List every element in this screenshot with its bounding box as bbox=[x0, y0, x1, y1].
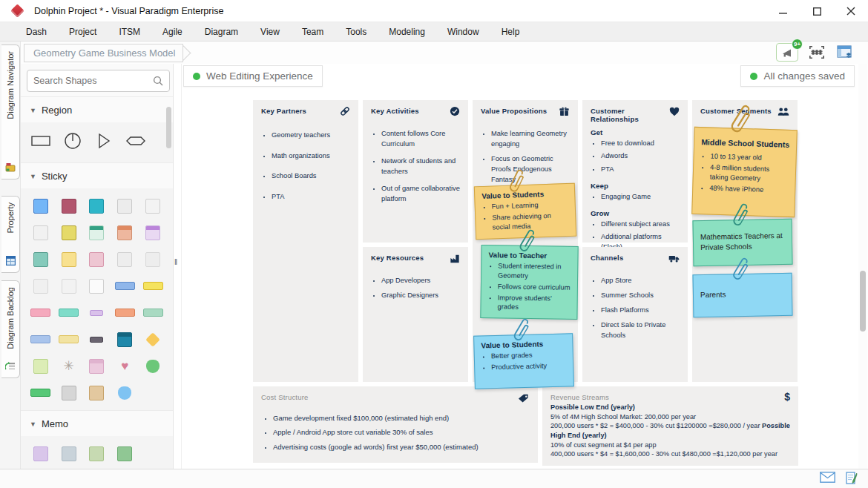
mail-icon[interactable] bbox=[820, 472, 835, 487]
menu-item-diagram[interactable]: Diagram bbox=[194, 22, 249, 41]
palette-shape-gift-pink[interactable] bbox=[83, 358, 111, 374]
canvas-scrollbar-track[interactable] bbox=[858, 64, 867, 469]
palette-shape-sticky-teal-folded[interactable] bbox=[83, 198, 111, 214]
palette-shape-memo-grey[interactable] bbox=[55, 446, 83, 461]
palette-shape-diamond-yellow[interactable] bbox=[139, 332, 167, 347]
fence-region-button[interactable] bbox=[807, 43, 826, 62]
palette-scrollbar-thumb[interactable] bbox=[166, 107, 171, 148]
palette-shape-label-blue-capsule[interactable] bbox=[111, 278, 139, 294]
palette-shape-sticky-skewed[interactable] bbox=[55, 278, 83, 294]
search-shapes-box[interactable] bbox=[27, 70, 170, 92]
menu-item-project[interactable]: Project bbox=[58, 22, 108, 41]
palette-shape-label-blue-lined[interactable] bbox=[27, 332, 55, 347]
palette-shape-heart-pink[interactable]: ♥ bbox=[111, 358, 139, 374]
section-customer-relationships[interactable]: Customer Relationships GetFree to downlo… bbox=[582, 100, 688, 243]
panel-splitter[interactable]: ‖ bbox=[174, 64, 181, 469]
palette-shape-sticky-notched[interactable] bbox=[111, 251, 139, 267]
sticky-parents[interactable]: Parents bbox=[693, 273, 793, 317]
palette-shape-label-green-capsule[interactable] bbox=[139, 305, 167, 320]
section-key-activities[interactable]: Key Activities Content follows Core Curr… bbox=[363, 100, 468, 243]
section-cost-structure[interactable]: Cost Structure Game development fixed $1… bbox=[253, 386, 538, 463]
palette-shape-sticky-teal-lined[interactable] bbox=[27, 251, 55, 267]
palette-shape-pie[interactable] bbox=[63, 131, 82, 154]
palette-shape-sticky-purple-header[interactable] bbox=[139, 225, 167, 240]
palette-shape-lock-grey[interactable] bbox=[55, 385, 83, 400]
people-icon bbox=[777, 106, 789, 119]
palette-shape-label-dark-small[interactable] bbox=[83, 332, 111, 347]
sticky-pinned-shape bbox=[33, 225, 48, 240]
palette-shape-triangle[interactable] bbox=[93, 131, 113, 154]
palette-shape-sticky-pink-pinned[interactable] bbox=[83, 251, 111, 267]
palette-shape-sticky-orange-header[interactable] bbox=[111, 225, 139, 240]
palette-shape-label-yellow-capsule[interactable] bbox=[139, 278, 167, 294]
palette-shape-memo-green-folded[interactable] bbox=[83, 446, 111, 461]
calendar-blue-shape bbox=[117, 332, 132, 347]
section-sticky-title: Sticky bbox=[42, 171, 68, 182]
palette-shape-rectangle[interactable] bbox=[30, 131, 52, 154]
palette-shape-hexagon[interactable] bbox=[124, 131, 148, 154]
palette-shape-sticky-taped[interactable] bbox=[111, 198, 139, 214]
menu-item-window[interactable]: Window bbox=[436, 22, 490, 41]
window-title: Dolphin Project * - Visual Paradigm Ente… bbox=[34, 6, 223, 16]
palette-shape-note-green-pale[interactable] bbox=[27, 358, 55, 374]
palette-shape-label-teal-capsule[interactable] bbox=[55, 305, 83, 320]
sticky-value-to-teacher[interactable]: Value to Teacher Student interested in G… bbox=[480, 245, 578, 320]
revenue-streams-title: Revenue Streams bbox=[550, 393, 609, 401]
breadcrumb[interactable]: Geometry Game Business Model bbox=[24, 44, 188, 62]
tag-tan-shape bbox=[89, 386, 104, 400]
announcements-button[interactable]: 9+ bbox=[776, 43, 798, 62]
palette-shape-ribbon-orange[interactable] bbox=[111, 305, 139, 320]
palette-shape-tag-tan[interactable] bbox=[83, 385, 111, 400]
menu-item-tools[interactable]: Tools bbox=[335, 22, 378, 41]
window-panes-icon bbox=[837, 45, 853, 59]
palette-shape-memo-purple[interactable] bbox=[27, 446, 55, 461]
palette-shape-sticky-flag[interactable] bbox=[27, 278, 55, 294]
section-header-sticky[interactable]: ▼ Sticky bbox=[21, 162, 173, 188]
sticky-value-to-students-blue[interactable]: Value to Students Better gradesProductiv… bbox=[473, 333, 574, 389]
palette-shape-sticky-plaid-yellow[interactable] bbox=[55, 225, 83, 240]
palette-shape-thumb-up-blue[interactable] bbox=[111, 385, 139, 400]
palette-shape-sticky-maroon-folded[interactable] bbox=[55, 198, 83, 214]
menu-item-agile[interactable]: Agile bbox=[151, 22, 194, 41]
edit-document-icon[interactable] bbox=[846, 472, 858, 487]
section-channels[interactable]: Channels App StoreSummer SchoolsFlash Pl… bbox=[582, 247, 688, 382]
diagram-canvas[interactable]: Web Editing Experience All changes saved… bbox=[181, 64, 868, 469]
palette-shape-bag-green[interactable] bbox=[139, 358, 167, 374]
menu-item-help[interactable]: Help bbox=[490, 22, 531, 41]
palette-shape-label-pink-capsule[interactable] bbox=[27, 305, 55, 320]
minimize-button[interactable] bbox=[766, 0, 800, 22]
palette-shape-money-green[interactable] bbox=[27, 385, 55, 400]
menu-item-modeling[interactable]: Modeling bbox=[378, 22, 436, 41]
palette-shape-memo-green[interactable] bbox=[111, 446, 139, 461]
palette-shape-label-purple-small[interactable] bbox=[83, 305, 111, 320]
palette-shape-sticky-pinned[interactable] bbox=[27, 225, 55, 240]
menu-item-itsm[interactable]: ITSM bbox=[108, 22, 151, 41]
palette-shape-gear-grey[interactable]: ✳ bbox=[55, 358, 83, 374]
close-button[interactable] bbox=[834, 0, 868, 22]
palette-shape-label-yellow-tipped[interactable] bbox=[55, 332, 83, 347]
palette-shape-sticky-yellow-small[interactable] bbox=[55, 251, 83, 267]
menu-item-team[interactable]: Team bbox=[291, 22, 335, 41]
tab-diagram-backlog[interactable]: Diagram Backlog bbox=[1, 280, 20, 378]
palette-shape-sticky-green-header[interactable] bbox=[83, 225, 111, 240]
menu-item-dash[interactable]: Dash bbox=[15, 22, 58, 41]
palette-shape-sticky-folded-corner[interactable] bbox=[139, 198, 167, 214]
tab-property[interactable]: Property bbox=[1, 196, 20, 273]
maximize-button[interactable] bbox=[800, 0, 834, 22]
palette-shape-calendar-blue[interactable] bbox=[111, 332, 139, 347]
layout-panes-button[interactable] bbox=[835, 43, 855, 62]
palette-shape-sticky-white[interactable] bbox=[83, 278, 111, 294]
section-key-resources[interactable]: Key Resources App DevelopersGraphic Desi… bbox=[363, 247, 468, 382]
palette-shape-sticky-blue[interactable] bbox=[27, 198, 55, 214]
palette-shape-sticky-plain[interactable] bbox=[139, 251, 167, 267]
tab-diagram-navigator[interactable]: Diagram Navigator bbox=[1, 44, 20, 179]
canvas-scrollbar-thumb[interactable] bbox=[860, 271, 866, 332]
splitter-grip-icon[interactable]: ‖ bbox=[174, 258, 178, 266]
section-header-region[interactable]: ▼ Region bbox=[21, 96, 173, 122]
search-shapes-input[interactable] bbox=[33, 76, 153, 86]
section-key-partners[interactable]: Key Partners Geometry teachersMath organ… bbox=[253, 100, 358, 382]
menu-item-view[interactable]: View bbox=[249, 22, 291, 41]
section-revenue-streams[interactable]: Revenue Streams $ Possible Low End (year… bbox=[542, 386, 798, 466]
section-header-memo[interactable]: ▼ Memo bbox=[21, 410, 173, 436]
breadcrumb-label[interactable]: Geometry Game Business Model bbox=[24, 44, 183, 62]
